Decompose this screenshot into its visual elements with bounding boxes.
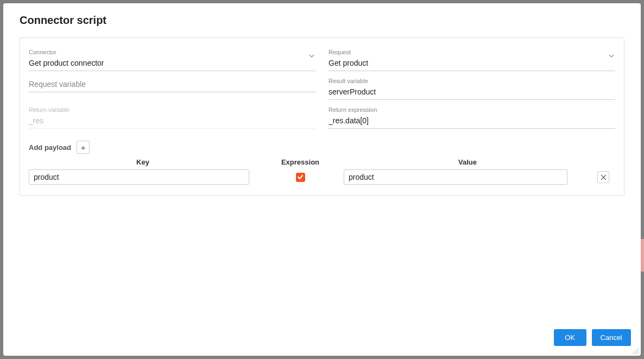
close-icon: [601, 174, 607, 180]
payload-header-expression: Expression: [257, 158, 344, 166]
connector-select[interactable]: [29, 56, 315, 71]
result-variable-label: Result variable: [329, 78, 615, 84]
ok-button[interactable]: OK: [554, 329, 586, 346]
payload-header-value: Value: [344, 158, 591, 166]
payload-value-input[interactable]: [344, 169, 567, 185]
connector-label: Connector: [29, 49, 315, 55]
check-icon: [297, 174, 304, 180]
connector-script-dialog: Connector script Connector Request: [3, 3, 641, 356]
request-variable-field: [29, 78, 315, 92]
return-expression-input[interactable]: [329, 114, 615, 129]
dialog-footer: OK Cancel: [3, 323, 641, 356]
dialog-title: Connector script: [20, 14, 624, 27]
dialog-body: Connector Request: [3, 32, 641, 323]
return-expression-label: Return expression: [329, 106, 615, 113]
request-field[interactable]: Request: [329, 49, 615, 71]
result-variable-field: Result variable: [329, 78, 615, 100]
request-variable-input[interactable]: [29, 78, 315, 92]
form-panel: Connector Request: [20, 37, 624, 196]
payload-header-key: Key: [29, 158, 257, 166]
plus-icon: +: [81, 143, 86, 152]
request-label: Request: [329, 49, 615, 55]
add-payload-label: Add payload: [29, 143, 71, 152]
dialog-header: Connector script: [3, 3, 641, 32]
return-variable-label: Return variable: [29, 106, 315, 113]
return-variable-input[interactable]: [29, 114, 315, 129]
connector-field[interactable]: Connector: [29, 49, 315, 71]
add-payload-row: Add payload +: [29, 141, 615, 154]
payload-row: [29, 169, 615, 185]
resize-handle[interactable]: [632, 347, 640, 355]
payload-expression-checkbox[interactable]: [296, 173, 305, 182]
payload-delete-button[interactable]: [597, 171, 609, 183]
cancel-button[interactable]: Cancel: [592, 329, 631, 346]
return-variable-field: Return variable: [29, 106, 315, 129]
request-select[interactable]: [329, 56, 615, 71]
background-stripe: [641, 239, 644, 272]
add-payload-button[interactable]: +: [77, 141, 90, 154]
return-expression-field: Return expression: [329, 106, 615, 129]
payload-key-input[interactable]: [29, 169, 249, 185]
result-variable-input[interactable]: [329, 85, 615, 100]
payload-header: Key Expression Value: [29, 158, 615, 166]
